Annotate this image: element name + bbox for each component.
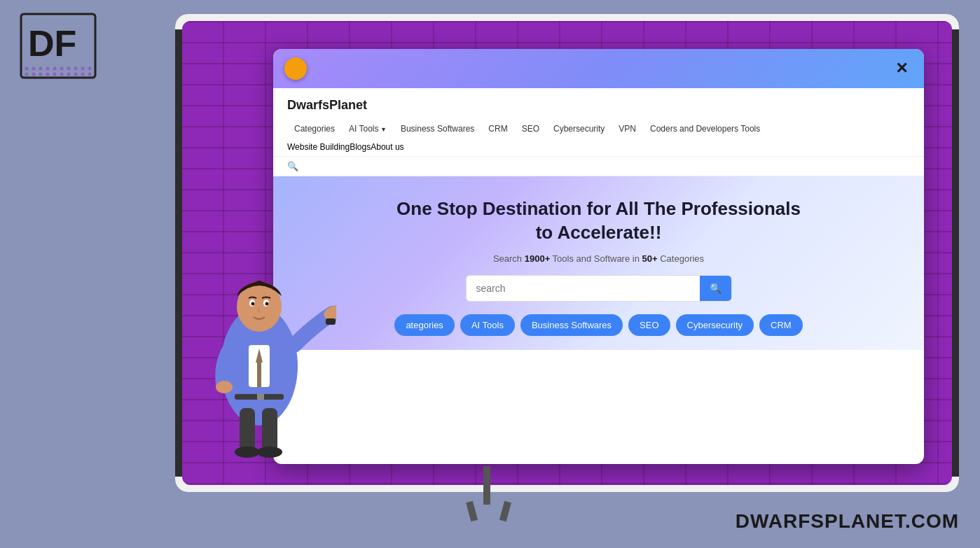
board-inner: ✕ DwarfsPlanet Categories AI Tools Busin… (182, 21, 952, 485)
svg-point-2 (25, 67, 29, 71)
pill-cybersecurity[interactable]: Cybersecurity (676, 314, 754, 336)
top-search-icon: 🔍 (287, 161, 298, 171)
stand-pole (483, 466, 490, 505)
nav-coders-tools[interactable]: Coders and Developers Tools (643, 121, 767, 136)
browser-content: DwarfsPlanet Categories AI Tools Busines… (273, 88, 924, 350)
nav-business-softwares[interactable]: Business Softwares (394, 121, 481, 136)
svg-point-9 (74, 67, 78, 71)
hero-title-line1: One Stop Destination for All The Profess… (396, 198, 801, 219)
svg-line-38 (335, 303, 336, 308)
search-button[interactable]: 🔍 (700, 276, 731, 301)
svg-rect-43 (257, 393, 264, 400)
nav-vpn[interactable]: VPN (612, 121, 643, 136)
svg-point-5 (46, 67, 50, 71)
nav-website-building[interactable]: Website Building (287, 142, 350, 152)
category-pills: ategories AI Tools Business Softwares SE… (287, 314, 910, 336)
pill-crm[interactable]: CRM (759, 314, 803, 336)
svg-point-7 (60, 67, 64, 71)
nav-about-us[interactable]: About us (371, 142, 403, 152)
search-input[interactable] (467, 276, 700, 301)
browser-window: ✕ DwarfsPlanet Categories AI Tools Busin… (273, 49, 924, 464)
pill-categories[interactable]: ategories (394, 314, 454, 336)
svg-point-14 (39, 73, 43, 76)
top-left-logo: DF (20, 13, 97, 79)
svg-point-18 (67, 73, 71, 76)
svg-rect-29 (257, 363, 261, 387)
svg-point-21 (88, 73, 92, 76)
svg-point-10 (81, 67, 85, 71)
search-icon: 🔍 (710, 283, 722, 294)
svg-point-36 (216, 381, 233, 393)
nav-blogs[interactable]: Blogs (350, 142, 371, 152)
hero-search-box[interactable]: 🔍 (466, 275, 732, 302)
nav-seo[interactable]: SEO (515, 121, 546, 136)
subtitle-count1: 1900+ (525, 253, 551, 264)
svg-point-26 (257, 447, 282, 458)
hero-subtitle: Search 1900+ Tools and Software in 50+ C… (287, 253, 910, 264)
hero-section: One Stop Destination for All The Profess… (273, 176, 924, 350)
svg-point-35 (265, 302, 269, 306)
svg-point-19 (74, 73, 78, 76)
site-title: DwarfsPlanet (287, 95, 910, 118)
svg-point-25 (235, 447, 260, 458)
pill-business-softwares[interactable]: Business Softwares (520, 314, 623, 336)
watermark-text: DWARFSPLANET.COM (736, 510, 959, 533)
site-header: DwarfsPlanet Categories AI Tools Busines… (273, 88, 924, 157)
subtitle-count2: 50+ (642, 253, 658, 264)
svg-point-15 (46, 73, 50, 76)
svg-point-12 (25, 73, 29, 76)
svg-point-6 (53, 67, 57, 71)
nav-cybersecurity[interactable]: Cybersecurity (546, 121, 612, 136)
svg-text:DF: DF (28, 23, 76, 64)
svg-point-16 (53, 73, 57, 76)
hero-title-line2: to Accelerate!! (536, 222, 662, 243)
svg-point-8 (67, 67, 71, 71)
svg-point-3 (32, 67, 36, 71)
nav-row2: Website Building Blogs About us (287, 139, 910, 156)
nav-categories[interactable]: Categories (287, 121, 342, 136)
svg-point-20 (81, 73, 85, 76)
nav-ai-tools[interactable]: AI Tools (342, 121, 394, 136)
svg-point-11 (88, 67, 92, 71)
browser-dot (284, 57, 307, 80)
browser-chrome: ✕ (273, 49, 924, 88)
svg-point-17 (60, 73, 64, 76)
nav-crm[interactable]: CRM (481, 121, 514, 136)
subtitle-prefix: Search (493, 253, 525, 264)
subtitle-suffix: Categories (658, 253, 704, 264)
board-frame: ✕ DwarfsPlanet Categories AI Tools Busin… (175, 14, 959, 492)
pill-seo[interactable]: SEO (628, 314, 670, 336)
top-search-bar: 🔍 (273, 157, 924, 176)
svg-point-4 (39, 67, 43, 71)
nav-row1: Categories AI Tools Business Softwares C… (287, 118, 910, 139)
presenter-character (182, 184, 336, 464)
close-button[interactable]: ✕ (890, 57, 913, 80)
pill-ai-tools[interactable]: AI Tools (460, 314, 515, 336)
svg-point-13 (32, 73, 36, 76)
hero-title: One Stop Destination for All The Profess… (287, 197, 910, 245)
subtitle-mid: Tools and Software in (550, 253, 642, 264)
svg-point-34 (251, 302, 255, 306)
svg-rect-41 (326, 318, 336, 325)
